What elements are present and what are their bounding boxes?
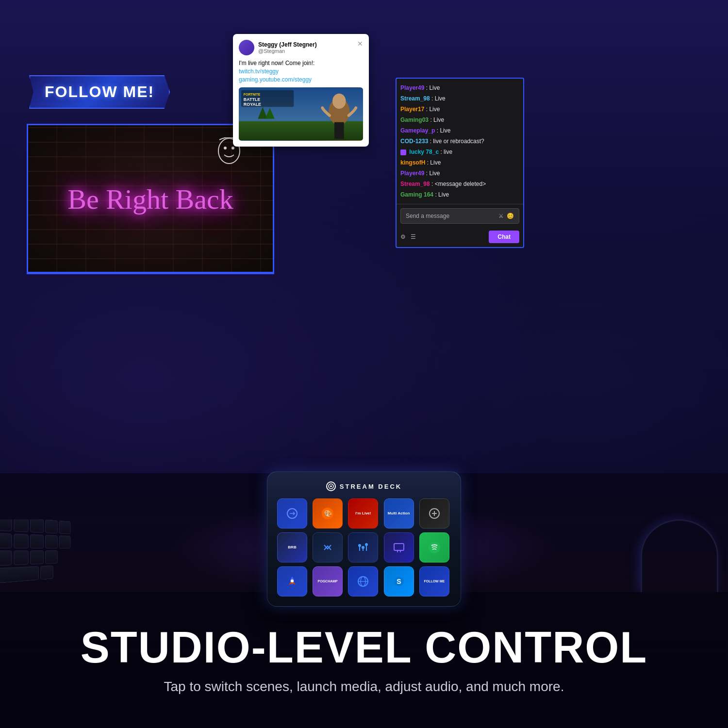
chat-text: : live xyxy=(440,149,452,155)
tweet-close-button[interactable]: ✕ xyxy=(357,40,363,48)
chat-text: : Live xyxy=(426,106,440,113)
svg-point-23 xyxy=(362,546,364,549)
key xyxy=(59,535,70,548)
chat-message: Gaming03 : Live xyxy=(400,116,519,124)
chat-username: Stream_98 xyxy=(400,95,430,102)
sd-button-media-label: Multi Action xyxy=(388,511,410,516)
chat-message: Gaming 164 : Live xyxy=(400,190,519,199)
chat-settings-icon[interactable]: ⚙ xyxy=(400,233,406,240)
sd-button-rocket[interactable] xyxy=(277,566,307,596)
keyboard-decoration xyxy=(0,519,87,592)
svg-text:ROYALE: ROYALE xyxy=(244,102,261,107)
scene-label xyxy=(28,272,273,273)
chat-text: : Live xyxy=(435,191,449,198)
sd-button-spotify[interactable] xyxy=(419,532,449,563)
sd-button-follow[interactable]: FOLLOW ME xyxy=(419,566,449,596)
tweet-handle: @Stegman xyxy=(258,48,317,54)
follow-banner: FOLLOW ME! xyxy=(29,75,170,109)
chat-text: : Live xyxy=(427,159,441,166)
tweet-user-info: Steggy (Jeff Stegner) @Stegman xyxy=(239,40,317,55)
tweet-image: FORTNITE BATTLE ROYALE xyxy=(239,87,363,141)
svg-rect-13 xyxy=(334,122,344,139)
tweet-link-youtube[interactable]: gaming.youtube.com/steggy xyxy=(239,76,363,84)
sd-button-pogchamp[interactable]: POGCHAMP xyxy=(313,566,343,596)
tweet-body: I'm live right now! Come join!: twitch.t… xyxy=(239,59,363,83)
headphones-shape xyxy=(641,519,718,592)
brb-text: Be Right Back xyxy=(67,183,233,215)
svg-point-28 xyxy=(429,542,440,553)
chat-username: kingsofH xyxy=(400,159,425,166)
chat-send-button[interactable]: Chat xyxy=(489,231,519,243)
chat-username: Player49 xyxy=(400,170,424,177)
sd-button-paint[interactable]: 🎨 xyxy=(313,498,343,529)
svg-text:BATTLE: BATTLE xyxy=(244,98,260,102)
chat-username: COD-1233 xyxy=(400,138,428,145)
chat-text: : Live xyxy=(426,170,440,177)
sd-button-web[interactable] xyxy=(348,566,378,596)
stream-deck-logo xyxy=(326,481,336,491)
stream-deck-title: STREAM DECK xyxy=(340,483,402,490)
svg-point-22 xyxy=(358,544,361,547)
svg-text:FORTNITE: FORTNITE xyxy=(244,93,261,96)
sd-button-brb[interactable]: BRB xyxy=(277,532,307,563)
chat-username: lucky 78_c xyxy=(409,149,439,155)
chat-username: Stream_98 xyxy=(400,181,430,187)
sd-button-mixer[interactable] xyxy=(348,532,378,563)
chat-toolbar-icons: ⚙ ☰ xyxy=(400,233,416,240)
chat-message: Player17 : Live xyxy=(400,105,519,114)
sd-button-audio[interactable] xyxy=(313,532,343,563)
tweet-link-twitch[interactable]: twitch.tv/steggy xyxy=(239,67,363,76)
sd-button-switch[interactable] xyxy=(277,498,307,529)
key xyxy=(30,519,44,533)
brb-inner: Be Right Back xyxy=(28,125,273,273)
svg-point-12 xyxy=(332,94,346,109)
sd-button-elgato[interactable] xyxy=(419,498,449,529)
sd-button-live[interactable]: I'm Live! xyxy=(348,498,378,529)
chat-text: : Live xyxy=(431,95,446,102)
tweet-header: Steggy (Jeff Stegner) @Stegman ✕ xyxy=(239,40,363,55)
headphones-decoration xyxy=(631,495,728,592)
tweet-username: Steggy (Jeff Stegner) xyxy=(258,41,317,48)
chat-message: Player49 : Live xyxy=(400,83,519,92)
chat-input-placeholder: Send a message xyxy=(406,213,449,219)
chat-text: : Live xyxy=(430,116,444,123)
key xyxy=(45,519,58,533)
chat-text: : Live xyxy=(437,127,451,134)
key xyxy=(40,565,53,579)
key xyxy=(45,550,58,564)
key xyxy=(30,550,44,564)
chat-input-box[interactable]: Send a message ⚔ 😊 xyxy=(400,208,519,224)
chat-text: : <message deleted> xyxy=(431,181,486,187)
sd-button-live-label: I'm Live! xyxy=(355,511,371,516)
key xyxy=(14,550,29,565)
key xyxy=(14,519,29,532)
key xyxy=(0,533,12,548)
key xyxy=(45,535,58,548)
follow-banner-text: FOLLOW ME! xyxy=(45,83,154,100)
sd-button-skype[interactable]: S xyxy=(384,566,414,596)
svg-point-24 xyxy=(365,543,368,546)
chat-input-icons: ⚔ 😊 xyxy=(498,213,514,219)
sd-button-scene[interactable] xyxy=(384,532,414,563)
elgato-logo-icon xyxy=(328,483,334,490)
svg-rect-4 xyxy=(239,121,363,140)
stream-deck-header: STREAM DECK xyxy=(277,481,451,491)
headline-sub: Tap to switch scenes, launch media, adju… xyxy=(164,679,564,695)
chat-message: Stream_98 : <message deleted> xyxy=(400,180,519,188)
chat-toolbar: ⚙ ☰ Chat xyxy=(397,228,523,247)
sd-button-brb-label: BRB xyxy=(288,545,296,550)
main-container: FOLLOW ME! Be Right Back Steggy (Jeff St… xyxy=(0,0,728,728)
chat-message: Gameplay_p : Live xyxy=(400,126,519,135)
key xyxy=(59,521,70,534)
chat-list-icon[interactable]: ☰ xyxy=(411,233,416,240)
bottom-section: STUDIO-LEVEL CONTROL Tap to switch scene… xyxy=(0,592,728,728)
chat-username: Gaming03 xyxy=(400,116,429,123)
sd-button-media[interactable]: Multi Action xyxy=(384,498,414,529)
chat-badge-icon xyxy=(400,149,406,155)
chat-messages: Player49 : Live Stream_98 : Live Player1… xyxy=(397,79,523,204)
chat-username: Gaming 164 xyxy=(400,191,433,198)
svg-point-2 xyxy=(232,147,234,149)
svg-point-1 xyxy=(224,147,227,149)
sd-button-pogchamp-label: POGCHAMP xyxy=(318,579,338,583)
svg-text:🎨: 🎨 xyxy=(323,510,332,518)
